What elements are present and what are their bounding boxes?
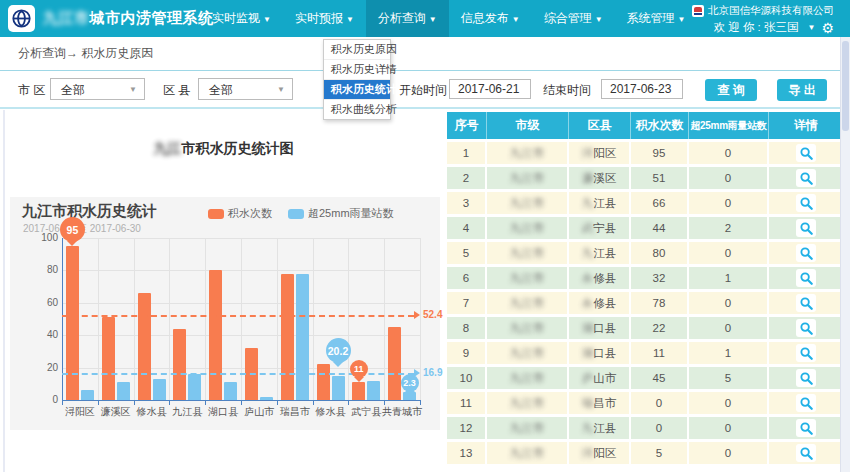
cell-seq: 6 bbox=[447, 267, 487, 289]
markpoint-circle: 2.3 bbox=[401, 374, 419, 392]
cell-water-count: 80 bbox=[631, 242, 689, 264]
header-user-area: 北京国信华源科技有限公司 欢 迎 你 : 张三国 ▼ ⚙ bbox=[692, 4, 834, 35]
nav-item-system-mgmt[interactable]: 系统管理▼ bbox=[615, 0, 698, 37]
cell-water-count: 5 bbox=[631, 442, 689, 464]
export-button[interactable]: 导 出 bbox=[777, 79, 827, 101]
menu-item-water-history-detail[interactable]: 积水历史详情 bbox=[324, 60, 390, 80]
table-body: 1九江市浔阳区9502九江市濂溪区5103九江市九江县6604九江市武宁县442… bbox=[447, 142, 843, 464]
city-blurred-text: 九江市 bbox=[510, 247, 545, 259]
cell-water-count: 44 bbox=[631, 217, 689, 239]
detail-magnifier-button[interactable] bbox=[796, 444, 816, 462]
gear-icon[interactable]: ⚙ bbox=[821, 21, 834, 35]
detail-magnifier-button[interactable] bbox=[796, 344, 816, 362]
markline-value-label: 16.9 bbox=[423, 367, 442, 378]
y-axis-tick-label: 40 bbox=[28, 329, 58, 340]
gridline-vertical bbox=[98, 238, 99, 400]
bar-积水次数 bbox=[388, 327, 401, 400]
cell-seq: 8 bbox=[447, 317, 487, 339]
query-button[interactable]: 查 询 bbox=[705, 79, 757, 101]
cell-district: 瑞昌市 bbox=[569, 392, 631, 414]
menu-item-water-history-stats[interactable]: 积水历史统计 bbox=[324, 80, 390, 100]
nav-item-realtime-forecast[interactable]: 实时预报▼ bbox=[283, 0, 366, 37]
cell-rain-stations: 0 bbox=[689, 317, 769, 339]
cell-district: 浔阳区 bbox=[569, 442, 631, 464]
city-blurred-text: 九江市 bbox=[510, 197, 545, 209]
legend-item-rain-stations[interactable]: 超25mm雨量站数 bbox=[288, 206, 394, 221]
menu-item-water-curve-analysis[interactable]: 积水曲线分析 bbox=[324, 100, 390, 119]
cell-city: 九江市 bbox=[487, 192, 569, 214]
start-date-input[interactable] bbox=[449, 79, 531, 99]
detail-magnifier-button[interactable] bbox=[796, 194, 816, 212]
magnifier-icon bbox=[800, 447, 813, 460]
cell-rain-stations: 0 bbox=[689, 392, 769, 414]
nav-item-analysis-query[interactable]: 分析查询▼ bbox=[366, 0, 449, 37]
app-logo bbox=[8, 5, 35, 32]
city-blurred-text: 九江市 bbox=[510, 397, 545, 409]
bar-积水次数 bbox=[66, 246, 79, 400]
nav-item-info-publish[interactable]: 信息发布▼ bbox=[449, 0, 532, 37]
nav-item-comprehensive-mgmt[interactable]: 综合管理▼ bbox=[532, 0, 615, 37]
city-select[interactable]: 全部 ▼ bbox=[50, 78, 145, 100]
detail-magnifier-button[interactable] bbox=[796, 294, 816, 312]
district-select[interactable]: 全部 ▼ bbox=[198, 78, 293, 100]
welcome-user[interactable]: 欢 迎 你 : 张三国 bbox=[714, 20, 799, 35]
gridline-vertical bbox=[277, 238, 278, 400]
cell-district: 永修县 bbox=[569, 267, 631, 289]
cell-detail bbox=[769, 167, 843, 189]
vertical-scrollbar-thumb[interactable] bbox=[842, 41, 849, 131]
legend-item-water-count[interactable]: 积水次数 bbox=[208, 206, 272, 221]
district-blurred-char: 九 bbox=[582, 197, 594, 209]
table-row: 13九江市浔阳区50 bbox=[447, 442, 843, 464]
bar-超25mm雨量站数 bbox=[260, 397, 273, 400]
col-header-district: 区县 bbox=[569, 112, 631, 139]
magnifier-icon bbox=[800, 247, 813, 260]
bar-积水次数 bbox=[281, 274, 294, 400]
cell-city: 九江市 bbox=[487, 342, 569, 364]
bar-积水次数 bbox=[102, 317, 115, 400]
waterlogging-stats-table: 序号 市级 区县 积水次数 超25mm雨量站数 详情 1九江市浔阳区9502九江… bbox=[447, 112, 843, 464]
end-date-input[interactable] bbox=[601, 79, 683, 99]
cell-district: 九江县 bbox=[569, 417, 631, 439]
bar-积水次数 bbox=[317, 364, 330, 400]
bar-超25mm雨量站数 bbox=[117, 382, 130, 400]
detail-magnifier-button[interactable] bbox=[796, 394, 816, 412]
table-row: 11九江市瑞昌市00 bbox=[447, 392, 843, 414]
bar-超25mm雨量站数 bbox=[367, 381, 380, 400]
cell-rain-stations: 0 bbox=[689, 417, 769, 439]
detail-magnifier-button[interactable] bbox=[796, 369, 816, 387]
cell-city: 九江市 bbox=[487, 242, 569, 264]
cell-rain-stations: 0 bbox=[689, 167, 769, 189]
chevron-down-icon: ▼ bbox=[346, 15, 354, 24]
cell-water-count: 45 bbox=[631, 367, 689, 389]
detail-magnifier-button[interactable] bbox=[796, 244, 816, 262]
col-header-detail: 详情 bbox=[769, 112, 843, 139]
cell-rain-stations: 1 bbox=[689, 342, 769, 364]
chevron-down-icon[interactable]: ▼ bbox=[808, 23, 816, 32]
magnifier-icon bbox=[800, 147, 813, 160]
district-blurred-char: 浔 bbox=[582, 147, 594, 159]
magnifier-icon bbox=[800, 297, 813, 310]
cell-water-count: 22 bbox=[631, 317, 689, 339]
table-row: 9九江市湖口县111 bbox=[447, 342, 843, 364]
col-header-count: 积水次数 bbox=[631, 112, 689, 139]
nav-item-realtime-monitor[interactable]: 实时监视▼ bbox=[200, 0, 283, 37]
detail-magnifier-button[interactable] bbox=[796, 144, 816, 162]
district-blurred-char: 濂 bbox=[582, 172, 594, 184]
markline-arrow-icon bbox=[414, 311, 420, 319]
gridline-vertical bbox=[205, 238, 206, 400]
detail-magnifier-button[interactable] bbox=[796, 169, 816, 187]
chevron-down-icon: ▼ bbox=[263, 15, 271, 24]
cell-rain-stations: 0 bbox=[689, 442, 769, 464]
detail-magnifier-button[interactable] bbox=[796, 319, 816, 337]
detail-magnifier-button[interactable] bbox=[796, 419, 816, 437]
detail-magnifier-button[interactable] bbox=[796, 269, 816, 287]
menu-item-water-history-cause[interactable]: 积水历史原因 bbox=[324, 40, 390, 60]
detail-magnifier-button[interactable] bbox=[796, 219, 816, 237]
district-blurred-char: 庐 bbox=[582, 372, 594, 384]
page-title-blurred-city: 九江市 bbox=[43, 9, 90, 26]
markpoint-tail bbox=[67, 241, 77, 246]
cell-water-count: 95 bbox=[631, 142, 689, 164]
top-header-bar: 九江市城市内涝管理系统 实时监视▼ 实时预报▼ 分析查询▼ 信息发布▼ 综合管理… bbox=[0, 0, 850, 37]
magnifier-icon bbox=[800, 172, 813, 185]
cell-seq: 1 bbox=[447, 142, 487, 164]
